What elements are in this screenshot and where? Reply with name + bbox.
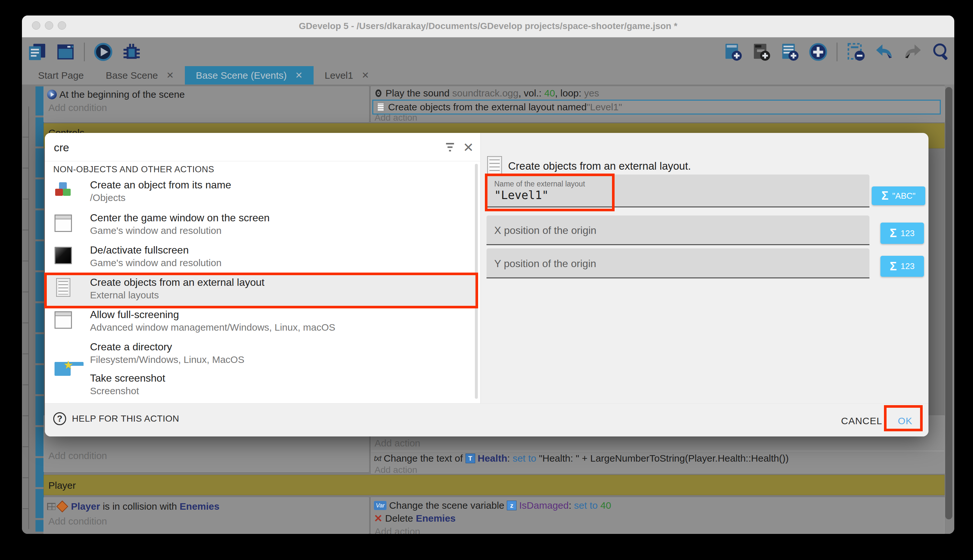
section-header: NON-OBJECTS AND OTHER ACTIONS	[53, 165, 214, 175]
add-action-button[interactable]: Add action	[375, 465, 417, 475]
add-condition-button[interactable]: Add condition	[48, 516, 107, 527]
tab-label: Start Page	[38, 70, 84, 81]
filter-icon[interactable]	[445, 142, 457, 153]
selected-action-create-objects[interactable]: Create objects from the external layout …	[372, 100, 941, 115]
help-label: HELP FOR THIS ACTION	[72, 413, 179, 424]
debug-icon[interactable]	[122, 42, 142, 62]
action-item-subtitle[interactable]: Game's window and resolution	[90, 257, 222, 268]
search-input[interactable]	[53, 139, 425, 156]
event-condition-cell[interactable]: At the beginning of the scene Add condit…	[43, 87, 369, 122]
number-expression-button[interactable]: Σ 123	[880, 223, 924, 244]
event-action-cell[interactable]: Var Change the scene variable z IsDamage…	[371, 497, 945, 534]
remove-event-icon[interactable]	[846, 42, 866, 62]
action-item-title[interactable]: Take screenshot	[90, 372, 165, 384]
loop-value: yes	[584, 88, 599, 98]
create-object-icon	[55, 182, 72, 199]
project-manager-icon[interactable]	[27, 42, 47, 62]
toolbar-right-group	[723, 37, 951, 66]
window-title: GDevelop 5 - /Users/dkarakay/Documents/G…	[22, 21, 954, 31]
add-action-button[interactable]: Add action	[375, 438, 420, 449]
action-item-title[interactable]: Center the game window on the screen	[90, 212, 270, 224]
action-item-subtitle[interactable]: Advanced window management/Windows, Linu…	[90, 322, 335, 333]
search-icon[interactable]	[931, 42, 951, 62]
speaker-icon	[374, 89, 383, 98]
tab-start-page[interactable]: Start Page	[27, 66, 95, 85]
condition-row-collision[interactable]: Player is in collision with Enemies	[47, 501, 219, 512]
app-window: GDevelop 5 - /Users/dkarakay/Documents/G…	[22, 15, 954, 534]
y-position-field[interactable]: Y position of the origin	[486, 248, 870, 278]
add-condition-button[interactable]: Add condition	[48, 102, 107, 113]
event-action-cell[interactable]: Play the sound soundtrack.ogg, vol.: 40,…	[371, 87, 945, 122]
action-text: Delete	[385, 513, 416, 523]
action-row-delete[interactable]: ✕ Delete Enemies	[374, 513, 455, 523]
object-icon	[47, 503, 55, 510]
sound-file: soundtrack.ogg	[452, 88, 518, 98]
action-item-subtitle[interactable]: Game's window and resolution	[90, 225, 222, 236]
toolbar	[22, 37, 954, 66]
field-value[interactable]: "Level1"	[494, 189, 549, 202]
action-row-play-sound[interactable]: Play the sound soundtrack.ogg, vol.: 40,…	[374, 87, 599, 99]
action-item-title[interactable]: Allow full-screening	[90, 309, 179, 321]
scrollbar-thumb[interactable]	[945, 87, 952, 519]
action-item-title[interactable]: Create an object from its name	[90, 179, 231, 191]
tab-base-scene[interactable]: Base Scene✕	[95, 66, 185, 85]
scene-editor-icon[interactable]	[55, 42, 75, 62]
number-expression-button[interactable]: Σ 123	[880, 256, 924, 277]
action-text: , loop:	[555, 88, 584, 98]
list-scrollbar[interactable]	[475, 164, 478, 399]
event-action-cell[interactable]: txt Change the text of T Health: set to …	[371, 451, 945, 473]
event-drag-handles[interactable]	[35, 87, 44, 532]
action-item-title[interactable]: Create a directory	[90, 341, 172, 353]
cancel-button[interactable]: CANCEL	[836, 413, 888, 429]
undo-icon[interactable]	[874, 42, 894, 62]
action-row-change-variable[interactable]: Var Change the scene variable z IsDamage…	[374, 500, 611, 511]
add-event-icon[interactable]	[723, 42, 743, 62]
tab-close-icon[interactable]: ✕	[295, 70, 303, 81]
action-item-subtitle[interactable]: External layouts	[90, 290, 159, 301]
action-text: :	[507, 453, 513, 463]
tab-bar: Start Page Base Scene✕ Base Scene (Event…	[22, 66, 954, 85]
action-row-change-text[interactable]: txt Change the text of T Health: set to …	[374, 453, 789, 463]
add-action-button[interactable]: Add action	[375, 113, 417, 123]
redo-icon[interactable]	[903, 42, 923, 62]
titlebar: GDevelop 5 - /Users/dkarakay/Documents/G…	[22, 15, 954, 37]
external-layout-icon	[377, 102, 385, 112]
name-of-external-layout-field[interactable]: Name of the external layout "Level1"	[486, 175, 870, 207]
tab-level1[interactable]: Level1✕	[313, 66, 380, 85]
set-to-text: set to	[574, 500, 598, 511]
action-text: Change the text of	[383, 453, 463, 463]
text-object-icon: T	[465, 453, 475, 463]
game-window-icon	[55, 215, 72, 232]
action-item-subtitle[interactable]: Screenshot	[90, 385, 139, 397]
condition-row[interactable]: At the beginning of the scene	[47, 89, 185, 100]
condition-text: At the beginning of the scene	[59, 89, 185, 100]
tab-close-icon[interactable]: ✕	[362, 70, 369, 81]
add-comment-icon[interactable]	[780, 42, 800, 62]
expression-text: "Health: " + LargeNumberToString(Player.…	[536, 453, 788, 463]
action-text: Create objects from the external layout …	[388, 102, 586, 113]
delete-icon: ✕	[374, 512, 383, 525]
help-button[interactable]: ? HELP FOR THIS ACTION	[53, 412, 179, 425]
ok-button[interactable]: OK	[893, 413, 918, 429]
add-action-button[interactable]: Add action	[375, 526, 420, 534]
x-position-field[interactable]: X position of the origin	[486, 215, 870, 245]
add-condition-button[interactable]: Add condition	[48, 450, 107, 461]
tab-close-icon[interactable]: ✕	[167, 70, 174, 81]
action-text: Change the scene variable	[389, 500, 504, 511]
string-expression-button[interactable]: Σ "ABC"	[872, 187, 925, 205]
clear-search-icon[interactable]: ✕	[463, 140, 474, 155]
field-placeholder: Y position of the origin	[494, 258, 596, 270]
action-item-title-selected[interactable]: Create objects from an external layout	[90, 277, 265, 288]
action-text: Play the sound	[385, 88, 452, 98]
event-condition-cell[interactable]: Player is in collision with Enemies Add …	[43, 497, 369, 534]
preview-play-icon[interactable]	[93, 42, 113, 62]
add-circle-icon[interactable]	[808, 42, 828, 62]
action-item-subtitle[interactable]: /Objects	[90, 192, 125, 203]
object-name: Enemies	[180, 501, 219, 512]
abc-label: "ABC"	[892, 191, 916, 201]
action-item-subtitle[interactable]: Filesystem/Windows, Linux, MacOS	[90, 354, 244, 365]
tab-base-scene-events[interactable]: Base Scene (Events)✕	[185, 66, 313, 85]
add-subevent-icon[interactable]	[751, 42, 771, 62]
event-group-player[interactable]: Player	[43, 475, 945, 495]
action-item-title[interactable]: De/activate fullscreen	[90, 244, 189, 256]
